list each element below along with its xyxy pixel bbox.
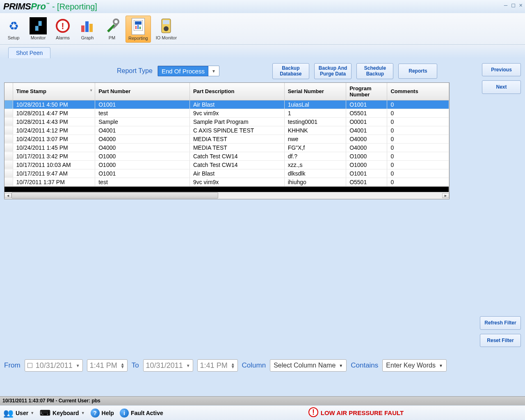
previous-button[interactable]: Previous xyxy=(482,63,521,76)
sort-indicator-icon: ▾ xyxy=(90,88,92,92)
spinner-icon[interactable]: ▲▼ xyxy=(231,363,235,368)
row-indicator xyxy=(5,169,13,178)
backup-database-button[interactable]: Backup Database xyxy=(272,63,309,79)
svg-rect-3 xyxy=(85,21,89,32)
table-row[interactable]: 10/17/2011 3:42 PMO1000Catch Test CW14df… xyxy=(5,152,449,160)
checkbox-icon[interactable] xyxy=(27,363,32,368)
column-select[interactable]: Select Column Name ▼ xyxy=(270,359,347,372)
cell: 10/7/2011 1:37 PM xyxy=(13,178,95,186)
col-program-number[interactable]: Program Number xyxy=(346,83,387,100)
table-row[interactable]: 10/7/2011 1:37 PMtest9vc vim9xihiuhgoO55… xyxy=(5,178,449,186)
row-indicator xyxy=(5,178,13,186)
column-label: Column xyxy=(242,361,266,370)
report-type-combo[interactable]: End Of Process ▼ xyxy=(158,66,219,76)
table-row[interactable]: 10/17/2011 9:47 AMO1001Air BlastdlksdlkO… xyxy=(5,169,449,178)
to-label: To xyxy=(132,361,139,370)
toolbar-graph[interactable]: Graph xyxy=(76,16,98,43)
row-indicator xyxy=(5,109,13,117)
reset-filter-button[interactable]: Reset Filter xyxy=(480,334,521,347)
monitor-screen-icon: ▞ xyxy=(30,17,47,34)
cell: 0 xyxy=(387,109,449,117)
filter-bar: From 10/31/2011 ▼ 1:41 PM ▲▼ To 10/31/20… xyxy=(4,359,521,372)
cell: FG"X,f xyxy=(284,143,346,152)
chevron-down-icon[interactable]: ▼ xyxy=(439,363,443,368)
keyboard-menu[interactable]: ⌨ Keyboard ▼ xyxy=(40,409,85,418)
spinner-icon[interactable]: ▲▼ xyxy=(121,363,125,368)
chevron-down-icon[interactable]: ▼ xyxy=(339,363,343,368)
cell: xzz.,s xyxy=(284,160,346,169)
col-part-description[interactable]: Part Description xyxy=(189,83,284,100)
table-row[interactable]: 10/24/2011 3:07 PMO4000MEDIA TESTnweO400… xyxy=(5,135,449,143)
scroll-thumb[interactable] xyxy=(11,192,218,199)
contains-input[interactable]: Enter Key Words ▼ xyxy=(382,359,447,372)
toolbar-iomonitor[interactable]: IO Monitor xyxy=(153,16,179,43)
tab-shot-peen[interactable]: Shot Peen xyxy=(8,47,50,58)
toolbar-reporting[interactable]: Reporting xyxy=(126,16,151,43)
table-row[interactable]: 10/17/2011 10:03 AMO1000Catch Test CW14x… xyxy=(5,160,449,169)
chevron-down-icon[interactable]: ▼ xyxy=(186,364,190,367)
recycle-arrows-icon: ♻ xyxy=(5,17,22,34)
row-indicator xyxy=(5,100,13,109)
alarm-bang-icon: ! xyxy=(54,17,71,34)
backup-purge-button[interactable]: Backup And Purge Data xyxy=(314,63,352,79)
maximize-button[interactable]: □ xyxy=(511,2,515,8)
next-button[interactable]: Next xyxy=(482,80,521,94)
minimize-button[interactable]: — xyxy=(504,2,507,8)
close-button[interactable]: ✕ xyxy=(519,2,523,8)
table-row[interactable]: 10/28/2011 4:50 PMO1001Air Blast1uiasLal… xyxy=(5,100,449,109)
table-row[interactable]: 10/24/2011 4:12 PMO4001C AXIS SPINDLE TE… xyxy=(5,126,449,135)
cell: testing0001 xyxy=(284,117,346,126)
toolbar-setup[interactable]: ♻ Setup xyxy=(2,16,25,43)
table-row[interactable]: 10/28/2011 4:47 PMtest9vc vim9x1O55010 xyxy=(5,109,449,117)
to-time-value: 1:41 PM xyxy=(200,361,228,370)
scroll-left-icon[interactable]: ◄ xyxy=(5,193,11,198)
scroll-right-icon[interactable]: ► xyxy=(442,193,449,198)
chevron-down-icon[interactable]: ▼ xyxy=(76,364,80,367)
reports-button[interactable]: Reports xyxy=(398,64,437,78)
toolbar-label: Graph xyxy=(81,35,94,40)
from-time-value: 1:41 PM xyxy=(90,361,117,370)
table-row[interactable]: 10/28/2011 4:43 PMSampleSample Part Prog… xyxy=(5,117,449,126)
to-date-value: 10/31/2011 xyxy=(146,361,183,370)
cell: 10/17/2011 9:47 AM xyxy=(13,169,95,178)
col-timestamp[interactable]: Time Stamp▾ xyxy=(13,83,95,100)
cell: ihiuhgo xyxy=(284,178,346,186)
schedule-backup-button[interactable]: Schedule Backup xyxy=(356,63,393,79)
refresh-filter-button[interactable]: Refresh Filter xyxy=(480,316,521,329)
toolbar-monitor[interactable]: ▞ Monitor xyxy=(27,16,49,43)
to-date-input[interactable]: 10/31/2011 ▼ xyxy=(143,359,193,372)
svg-rect-2 xyxy=(81,25,84,32)
from-time-input[interactable]: 1:41 PM ▲▼ xyxy=(87,359,128,372)
toolbar-pm[interactable]: PM xyxy=(101,16,123,43)
col-serial-number[interactable]: Serial Number xyxy=(284,83,346,100)
cell: KHHNK xyxy=(284,126,346,135)
cell: O1001 xyxy=(346,100,387,109)
user-menu[interactable]: 👥 User ▼ xyxy=(3,408,34,418)
fault-active-button[interactable]: i Fault Active xyxy=(120,409,163,418)
app-subtitle: - [Reporting] xyxy=(52,2,97,11)
cell: 9vc vim9x xyxy=(189,109,284,117)
from-label: From xyxy=(4,361,21,370)
col-part-number[interactable]: Part Number xyxy=(95,83,190,100)
to-time-input[interactable]: 1:41 PM ▲▼ xyxy=(197,359,238,372)
bottom-bar: 👥 User ▼ ⌨ Keyboard ▼ ? Help i Fault Act… xyxy=(0,405,525,420)
status-bar: 10/31/2011 1:43:07 PM - Current User: pb… xyxy=(0,396,525,405)
toolbar-label: Alarms xyxy=(56,35,70,40)
toolbar-alarms[interactable]: ! Alarms xyxy=(52,16,74,43)
cell: 10/28/2011 4:47 PM xyxy=(13,109,95,117)
horizontal-scrollbar[interactable]: ◄ ► xyxy=(5,192,449,199)
chevron-down-icon[interactable]: ▼ xyxy=(208,69,219,73)
help-button[interactable]: ? Help xyxy=(91,409,114,418)
cell: 10/28/2011 4:43 PM xyxy=(13,117,95,126)
from-date-input[interactable]: 10/31/2011 ▼ xyxy=(25,359,83,372)
data-grid[interactable]: Time Stamp▾ Part Number Part Description… xyxy=(4,82,450,199)
fault-message: ! LOW AIR PRESSURE FAULT xyxy=(308,407,404,418)
svg-point-14 xyxy=(164,26,169,31)
toolbar-label: PM xyxy=(109,35,116,40)
cell: 0 xyxy=(387,143,449,152)
col-comments[interactable]: Comments xyxy=(387,83,449,100)
cell: 10/17/2011 3:42 PM xyxy=(13,152,95,160)
table-row[interactable]: 10/24/2011 1:45 PMO4000MEDIA TESTFG"X,fO… xyxy=(5,143,449,152)
cell: O1001 xyxy=(346,169,387,178)
svg-rect-10 xyxy=(137,25,139,29)
